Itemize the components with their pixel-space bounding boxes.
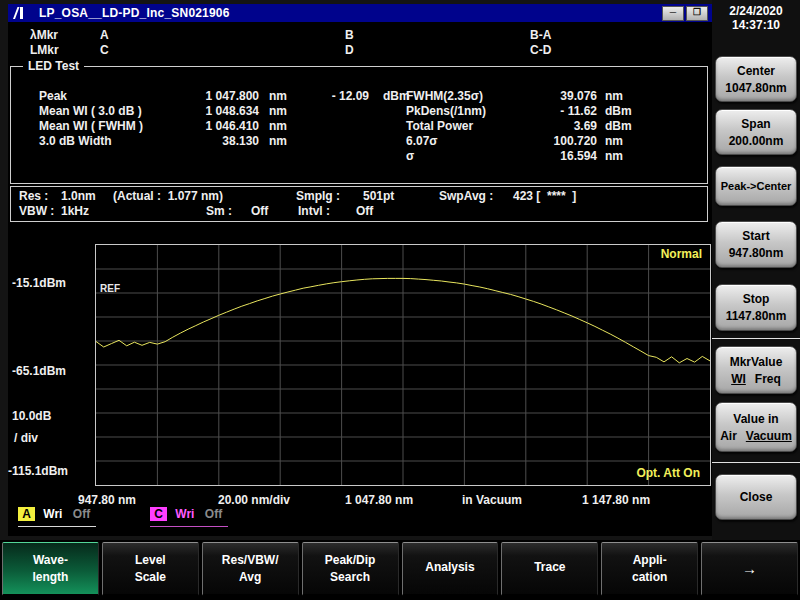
smplg-label: Smplg :	[296, 189, 340, 203]
measurement-value: 100.720	[497, 134, 597, 148]
vbw-label: VBW :	[19, 204, 54, 218]
marker-b-a-label: B-A	[530, 28, 551, 42]
softkey-label: Value in	[733, 412, 778, 426]
x-axis-div-label: 20.00 nm/div	[218, 493, 290, 507]
softkey-label: Stop	[743, 292, 770, 306]
intvl-label: Intvl :	[298, 204, 330, 218]
menu-key-analysis[interactable]: Analysis	[402, 542, 499, 596]
value-in-option-air[interactable]: Air	[720, 429, 737, 443]
softkey-start[interactable]: Start 947.80nm	[715, 221, 797, 268]
trace-c-mode: Wri	[175, 507, 194, 521]
mkr-value-option-wl[interactable]: WI	[731, 372, 746, 386]
res-value: 1.0nm	[61, 189, 96, 203]
softkey-label: Start	[742, 229, 769, 243]
analysis-section-title: LED Test	[23, 59, 84, 73]
y-axis-top-label: -15.1dBm	[12, 276, 66, 290]
optical-att-label: Opt. Att On	[636, 466, 700, 480]
softkey-label: Span	[741, 117, 770, 131]
menu-key-more-arrow[interactable]: →	[701, 542, 798, 596]
measurement-row: PkDens(/1nm) - 11.62 dBm	[11, 104, 707, 118]
measurement-row: 6.07σ 100.720 nm	[11, 134, 707, 148]
trace-a-mode: Wri	[43, 507, 62, 521]
softkey-label: Close	[740, 490, 773, 504]
softkey-stop[interactable]: Stop 1147.80nm	[715, 284, 797, 331]
marker-d-label: D	[345, 43, 354, 57]
softkey-panel: 2/24/2020 14:37:10 Center 1047.80nm Span…	[712, 0, 800, 540]
marker-c-d-label: C-D	[530, 43, 551, 57]
menu-key-level-scale[interactable]: Level Scale	[102, 542, 199, 596]
marker-a-label: A	[100, 28, 109, 42]
right-arrow-icon: →	[742, 560, 757, 577]
app-title: LP_OSA__LD-PD_Inc_SN021906	[39, 6, 230, 20]
menu-key-label: length	[32, 570, 68, 584]
menu-key-label: cation	[632, 570, 667, 584]
x-axis-start-label: 947.80 nm	[78, 493, 136, 507]
menu-key-label: Search	[330, 570, 370, 584]
y-scale-label: 10.0dB	[12, 409, 51, 423]
titlebar: LP_OSA__LD-PD_Inc_SN021906 ─ ❐	[8, 4, 712, 22]
sweep-settings-box: Res : 1.0nm (Actual : 1.077 nm) Smplg : …	[10, 186, 708, 222]
menu-key-label: Avg	[239, 570, 261, 584]
anritsu-logo-icon	[12, 7, 25, 19]
restore-button[interactable]: ❐	[686, 6, 708, 21]
value-in-option-vacuum[interactable]: Vacuum	[746, 429, 792, 443]
function-menu-bar: Wave- length Level Scale Res/VBW/ Avg Pe…	[0, 540, 800, 600]
menu-key-res-vbw-avg[interactable]: Res/VBW/ Avg	[202, 542, 299, 596]
softkey-value: 1147.80nm	[726, 309, 787, 323]
softkey-label: Peak->Center	[721, 180, 792, 192]
softkey-close[interactable]: Close	[715, 474, 797, 520]
softkey-mkr-value[interactable]: MkrValue WI Freq	[715, 346, 797, 394]
measurement-value: - 11.62	[497, 104, 597, 118]
menu-key-label: Peak/Dip	[325, 553, 376, 567]
vbw-value: 1kHz	[61, 204, 89, 218]
osa-application-window: LP_OSA__LD-PD_Inc_SN021906 ─ ❐ λMkr A B …	[0, 0, 800, 600]
softkey-label: MkrValue	[730, 355, 783, 369]
measurement-unit: dBm	[605, 104, 632, 118]
y-axis-mid-label: -65.1dBm	[12, 364, 66, 378]
measurement-label: 6.07σ	[406, 134, 438, 148]
menu-key-label: Res/VBW/	[222, 553, 279, 567]
softkey-center[interactable]: Center 1047.80nm	[715, 56, 797, 102]
menu-key-wavelength[interactable]: Wave- length	[2, 542, 99, 596]
measurement-unit: nm	[605, 149, 623, 163]
smplg-value: 501pt	[363, 189, 394, 203]
sweep-mode-label: Normal	[661, 247, 702, 261]
mkr-value-option-freq[interactable]: Freq	[755, 372, 781, 386]
measurement-label: FWHM(2.35σ)	[406, 89, 483, 103]
measurement-label: σ	[406, 149, 414, 163]
trace-c-badge: C	[150, 507, 167, 521]
wl-marker-label: λMkr	[30, 28, 58, 42]
menu-key-trace[interactable]: Trace	[501, 542, 598, 596]
menu-key-application[interactable]: Appli- cation	[601, 542, 698, 596]
led-test-results-box: LED Test Peak 1 047.800 nm - 12.09 dBm M…	[10, 66, 708, 184]
y-axis-bottom-label: -115.1dBm	[8, 464, 68, 478]
menu-key-label: Scale	[135, 570, 166, 584]
swpavg-value: 423 [ **** ]	[513, 189, 576, 203]
measurement-row: Total Power 3.69 dBm	[11, 119, 707, 133]
res-actual: (Actual : 1.077 nm)	[113, 189, 223, 203]
softkey-label: Center	[737, 64, 775, 78]
sm-label: Sm :	[206, 204, 232, 218]
measurement-unit: nm	[605, 89, 623, 103]
x-axis-stop-label: 1 147.80 nm	[582, 493, 650, 507]
swpavg-label: SwpAvg :	[439, 189, 493, 203]
menu-key-label: Appli-	[633, 553, 667, 567]
intvl-value: Off	[356, 204, 373, 218]
minimize-button[interactable]: ─	[662, 6, 684, 21]
softkey-peak-to-center[interactable]: Peak->Center	[715, 166, 797, 206]
measurement-label: Total Power	[406, 119, 473, 133]
menu-key-label: Level	[135, 553, 166, 567]
softkey-separator	[712, 338, 800, 339]
measurement-value: 39.076	[497, 89, 597, 103]
softkey-span[interactable]: Span 200.00nm	[715, 109, 797, 155]
lv-marker-label: LMkr	[30, 43, 59, 57]
y-scale-label: / div	[14, 431, 38, 445]
menu-key-label: Analysis	[425, 560, 474, 574]
softkey-value-in[interactable]: Value in Air Vacuum	[715, 402, 797, 452]
marker-c-label: C	[100, 43, 109, 57]
trace-c-state: Off	[205, 507, 222, 521]
measurement-row: σ 16.594 nm	[11, 149, 707, 163]
clock: 2/24/2020 14:37:10	[712, 4, 800, 32]
menu-key-peak-dip-search[interactable]: Peak/Dip Search	[302, 542, 399, 596]
spectrum-canvas	[96, 245, 710, 485]
